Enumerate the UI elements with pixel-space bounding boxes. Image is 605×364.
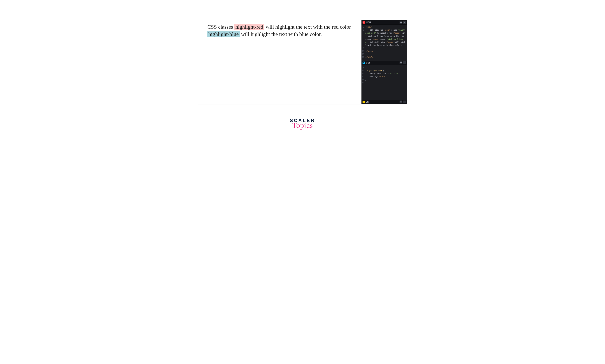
panel-js-collapse-button[interactable] (403, 101, 406, 103)
preview-text-3: will highlight the text with blue color. (240, 31, 322, 37)
css-code-area[interactable]: 9 10.highlight-red { 11 background-color… (361, 65, 407, 92)
preview-paragraph: CSS classes highlight-red will highlight… (207, 23, 354, 38)
line-number: 9 (361, 66, 365, 69)
line-number: 12 (361, 75, 365, 78)
line-number: 11 (361, 53, 365, 56)
css-file-icon: ✱ (362, 62, 365, 64)
html-code-area[interactable]: 7<body> 8 CSS classes <span class="highl… (361, 25, 407, 61)
chevron-down-icon (404, 62, 405, 64)
panel-css-title: CSS (366, 62, 371, 64)
panel-html: / HTML 7<body> 8 CSS classes <span class… (361, 20, 407, 61)
highlight-blue-span: highlight-blue (207, 31, 240, 37)
panel-css-header: ✱ CSS (361, 61, 407, 65)
gear-icon (400, 62, 402, 64)
chevron-down-icon (404, 22, 405, 23)
code-token: <body> (365, 26, 373, 28)
editor-column: / HTML 7<body> 8 CSS classes <span class… (361, 20, 407, 104)
gear-icon (400, 101, 402, 103)
line-number: 14 (361, 81, 365, 84)
line-number: 12 (361, 56, 365, 59)
line-number: 7 (361, 26, 365, 28)
app-frame: CSS classes highlight-red will highlight… (198, 20, 407, 104)
line-number: 11 (361, 72, 365, 75)
line-number: 10 (361, 50, 365, 53)
brand-line-2: Topics (290, 121, 315, 130)
line-number: 10 (361, 69, 365, 72)
preview-text-2: will highlight the text with the red col… (264, 24, 351, 30)
preview-text-1: CSS classes (207, 24, 234, 30)
panel-css: ✱ CSS 9 10.highlight-red { 11 background… (361, 61, 407, 92)
panel-html-title: HTML (366, 21, 372, 24)
panel-html-header: / HTML (361, 20, 407, 25)
html-file-icon: / (362, 21, 365, 24)
panel-html-settings-button[interactable] (399, 21, 402, 24)
panel-js-settings-button[interactable] (399, 101, 402, 103)
chevron-down-icon (404, 101, 405, 103)
panel-js-title: JS (366, 101, 369, 103)
js-file-icon: ( ) (362, 101, 365, 103)
highlight-red-span: highlight-red (234, 24, 264, 30)
canvas: CSS classes highlight-red will highlight… (178, 0, 427, 150)
panel-css-collapse-button[interactable] (403, 61, 406, 64)
line-number: 8 (361, 28, 365, 47)
preview-pane: CSS classes highlight-red will highlight… (198, 20, 361, 104)
panel-html-collapse-button[interactable] (403, 21, 406, 24)
brand-logo: SCALER Topics (290, 118, 315, 130)
line-number: 13 (361, 78, 365, 81)
panel-js-header: ( ) JS (361, 100, 407, 104)
panel-css-settings-button[interactable] (399, 61, 402, 64)
gear-icon (400, 22, 402, 23)
panel-js: ( ) JS (361, 100, 407, 104)
line-number: 9 (361, 47, 365, 50)
